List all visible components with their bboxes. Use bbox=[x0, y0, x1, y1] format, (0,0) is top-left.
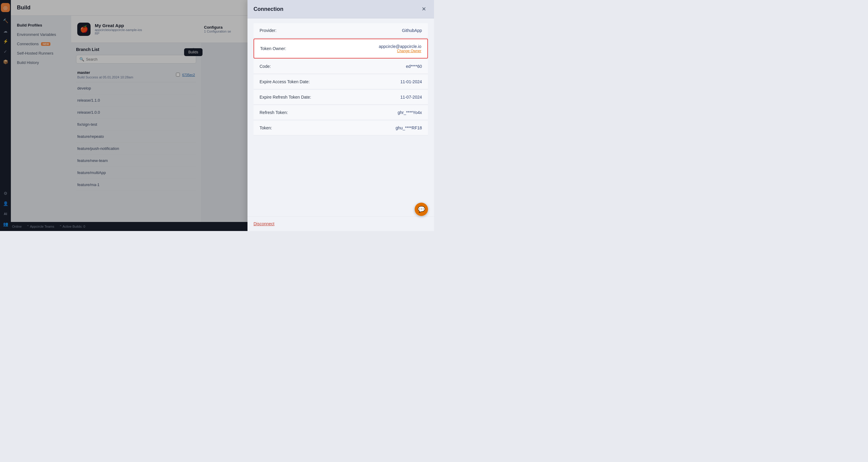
chat-bubble-button[interactable]: 💬 bbox=[415, 203, 428, 216]
chat-icon: 💬 bbox=[418, 206, 425, 213]
token-label: Token: bbox=[259, 126, 272, 130]
change-owner-link[interactable]: Change Owner bbox=[397, 49, 421, 53]
token-owner-email: appcircle@appcircle.io bbox=[379, 44, 421, 49]
expire-access-row: Expire Access Token Date: 11-01-2024 bbox=[253, 74, 428, 89]
disconnect-link[interactable]: Disconnect bbox=[253, 221, 274, 226]
token-row: Token: ghu_****RF18 bbox=[253, 121, 428, 135]
token-owner-label: Token Owner: bbox=[260, 46, 286, 51]
modal-title: Connection bbox=[253, 6, 283, 12]
refresh-token-value: ghr_****Yo4x bbox=[398, 110, 422, 115]
expire-refresh-row: Expire Refresh Token Date: 11-07-2024 bbox=[253, 90, 428, 105]
provider-value: GithubApp bbox=[402, 28, 422, 33]
provider-row: Provider: GithubApp bbox=[253, 23, 428, 38]
code-value: ed****60 bbox=[406, 64, 422, 69]
expire-refresh-value: 11-07-2024 bbox=[400, 95, 422, 100]
expire-refresh-label: Expire Refresh Token Date: bbox=[259, 95, 311, 100]
refresh-token-row: Refresh Token: ghr_****Yo4x bbox=[253, 105, 428, 120]
connection-modal: Connection ✕ Provider: GithubApp Token O… bbox=[247, 0, 434, 231]
expire-access-value: 11-01-2024 bbox=[400, 79, 422, 84]
modal-footer: Disconnect bbox=[247, 216, 434, 231]
expire-access-label: Expire Access Token Date: bbox=[259, 79, 310, 84]
code-label: Code: bbox=[259, 64, 271, 69]
modal-body: Provider: GithubApp Token Owner: appcirc… bbox=[247, 19, 434, 216]
token-owner-row: Token Owner: appcircle@appcircle.io Chan… bbox=[253, 39, 428, 59]
modal-close-button[interactable]: ✕ bbox=[420, 5, 428, 13]
modal-header: Connection ✕ bbox=[247, 0, 434, 19]
token-value: ghu_****RF18 bbox=[396, 126, 422, 130]
code-row: Code: ed****60 bbox=[253, 59, 428, 74]
provider-label: Provider: bbox=[259, 28, 276, 33]
token-owner-value-stack: appcircle@appcircle.io Change Owner bbox=[379, 44, 421, 53]
refresh-token-label: Refresh Token: bbox=[259, 110, 288, 115]
